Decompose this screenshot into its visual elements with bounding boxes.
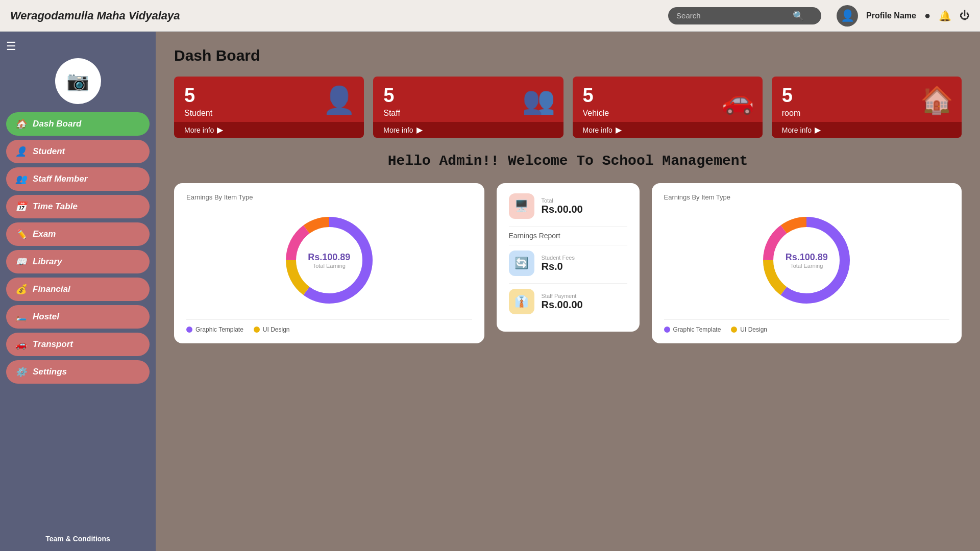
nav-label-exam: Exam	[33, 229, 56, 239]
student-fees-info: Student Fees Rs.0	[542, 255, 575, 272]
legend-label: UI Design	[740, 326, 767, 333]
total-label: Total	[542, 197, 583, 204]
legend-item: Graphic Template	[664, 326, 721, 333]
staff-payment-icon: 👔	[514, 295, 528, 308]
sidebar-item-financial[interactable]: 💰Financial	[6, 278, 150, 301]
sidebar-avatar: 📷	[55, 58, 101, 104]
stat-card-vehicle: 5 Vehicle 🚗 More info ▶	[573, 77, 763, 138]
nav-label-dashboard: Dash Board	[33, 119, 81, 129]
chart2-title: Earnings By Item Type	[664, 193, 950, 201]
sidebar-item-library[interactable]: 📖Library	[6, 250, 150, 273]
total-amount: Rs.00.00	[542, 204, 583, 215]
sidebar-footer: Team & Conditions	[45, 527, 110, 543]
search-bar[interactable]: 🔍	[668, 7, 821, 24]
nav-label-hostel: Hostel	[33, 312, 59, 322]
total-row: 🖥️ Total Rs.00.00	[509, 193, 627, 219]
sidebar-item-hostel[interactable]: 🛏️Hostel	[6, 305, 150, 329]
hamburger-icon[interactable]: ☰	[6, 40, 16, 53]
legend-item: UI Design	[254, 326, 290, 333]
search-icon: 🔍	[793, 10, 804, 21]
stat-icon: 🏠	[920, 85, 953, 116]
donut1-amount: Rs.100.89	[308, 252, 350, 263]
donut2-center: Rs.100.89 Total Earning	[786, 252, 828, 269]
chart2-legend: Graphic TemplateUI Design	[664, 319, 950, 333]
staff-payment-info: Staff Payment Rs.00.00	[542, 293, 583, 311]
charts-row: Earnings By Item Type	[174, 183, 962, 343]
sidebar-item-time-table[interactable]: 📅Time Table	[6, 195, 150, 218]
legend-dot	[254, 327, 260, 333]
stat-card-room: 5 room 🏠 More info ▶	[772, 77, 962, 138]
stat-card-staff: 5 Staff 👥 More info ▶	[373, 77, 563, 138]
monitor-icon: 🖥️	[514, 199, 528, 213]
nav-icon-staff-member: 👥	[15, 173, 27, 185]
nav-label-financial: Financial	[33, 284, 70, 294]
profile-name: Profile Name	[866, 11, 916, 20]
nav-label-settings: Settings	[33, 367, 67, 377]
student-fees-amount: Rs.0	[542, 261, 575, 272]
nav-icon-library: 📖	[15, 256, 27, 267]
legend-label: Graphic Template	[195, 326, 243, 333]
chart-card-2: Earnings By Item Type Rs.100.89 Total Ea…	[652, 183, 962, 343]
student-fees-icon: 🔄	[514, 257, 528, 270]
sidebar-item-student[interactable]: 👤Student	[6, 140, 150, 163]
welcome-text: Hello Admin!! Welcome To School Manageme…	[174, 153, 962, 169]
student-fees-icon-box: 🔄	[509, 251, 534, 276]
legend-dot	[664, 327, 670, 333]
donut2-amount: Rs.100.89	[786, 252, 828, 263]
nav-label-time-table: Time Table	[33, 202, 78, 212]
stat-card-student: 5 Student 👤 More info ▶	[174, 77, 364, 138]
donut1-label: Total Earning	[308, 263, 350, 269]
legend-dot	[186, 327, 192, 333]
avatar: 👤	[837, 5, 858, 27]
sidebar-item-staff-member[interactable]: 👥Staff Member	[6, 167, 150, 191]
donut-chart-2: Rs.100.89 Total Earning	[664, 209, 950, 311]
donut2-label: Total Earning	[786, 263, 828, 269]
content-area: Dash Board 5 Student 👤 More info ▶ 5 Sta…	[156, 32, 980, 551]
more-arrow-icon: ▶	[416, 125, 423, 135]
legend-item: Graphic Template	[186, 326, 243, 333]
sidebar-item-exam[interactable]: ✏️Exam	[6, 222, 150, 246]
nav-icon-hostel: 🛏️	[15, 311, 27, 322]
sidebar-item-dashboard[interactable]: 🏠Dash Board	[6, 112, 150, 136]
stat-icon: 👥	[522, 85, 555, 116]
sidebar-item-settings[interactable]: ⚙️Settings	[6, 360, 150, 384]
earnings-card: 🖥️ Total Rs.00.00 Earnings Report 🔄 Stud	[497, 183, 640, 332]
staff-payment-label: Staff Payment	[542, 293, 583, 299]
header: Weragodamulla Maha Vidyalaya 🔍 👤 Profile…	[0, 0, 980, 32]
nav-icon-time-table: 📅	[15, 201, 27, 212]
student-fees-row: 🔄 Student Fees Rs.0	[509, 251, 627, 276]
page-title: Dash Board	[174, 47, 962, 64]
sidebar-item-transport[interactable]: 🚗Transport	[6, 333, 150, 356]
power-icon[interactable]: ⏻	[960, 10, 970, 21]
total-icon-box: 🖥️	[509, 193, 534, 219]
stat-icon: 🚗	[721, 85, 754, 116]
stat-more-info[interactable]: More info ▶	[573, 122, 763, 138]
nav-icon-financial: 💰	[15, 284, 27, 295]
staff-payment-icon-box: 👔	[509, 289, 534, 314]
stats-row: 5 Student 👤 More info ▶ 5 Staff 👥 More i…	[174, 77, 962, 138]
chart1-legend: Graphic TemplateUI Design	[186, 319, 472, 333]
stat-more-info[interactable]: More info ▶	[174, 122, 364, 138]
chart-card-1: Earnings By Item Type	[174, 183, 484, 343]
stat-more-info[interactable]: More info ▶	[373, 122, 563, 138]
more-arrow-icon: ▶	[217, 125, 223, 135]
stat-more-info[interactable]: More info ▶	[772, 122, 962, 138]
app-title: Weragodamulla Maha Vidyalaya	[10, 9, 668, 22]
nav-icon-exam: ✏️	[15, 229, 27, 240]
student-fees-label: Student Fees	[542, 255, 575, 261]
nav-icon-transport: 🚗	[15, 339, 27, 350]
nav-icon-student: 👤	[15, 146, 27, 157]
main-layout: ☰ 📷 🏠Dash Board👤Student👥Staff Member📅Tim…	[0, 32, 980, 551]
stat-icon: 👤	[323, 85, 356, 116]
legend-label: Graphic Template	[673, 326, 721, 333]
total-info: Total Rs.00.00	[542, 197, 583, 215]
search-input[interactable]	[676, 11, 789, 20]
nav-label-transport: Transport	[33, 339, 73, 349]
camera-icon: 📷	[66, 70, 89, 92]
nav-label-library: Library	[33, 257, 62, 267]
nav-label-staff-member: Staff Member	[33, 174, 87, 184]
header-right: 👤 Profile Name ● 🔔 ⏻	[837, 5, 970, 27]
donut1-center: Rs.100.89 Total Earning	[308, 252, 350, 269]
bell-icon[interactable]: 🔔	[939, 10, 951, 22]
dot-icon[interactable]: ●	[924, 10, 930, 21]
